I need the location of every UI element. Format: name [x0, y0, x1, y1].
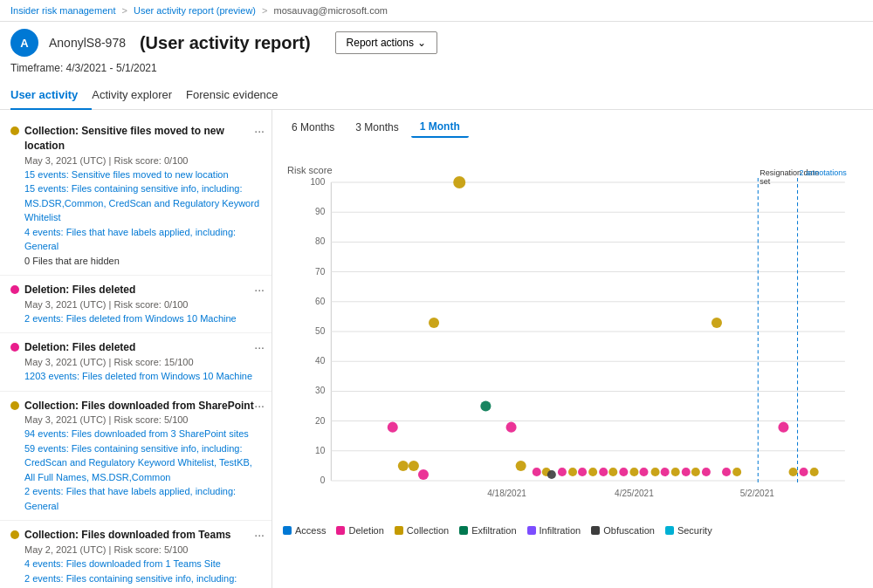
event-more-icon[interactable]: ··· [254, 283, 265, 297]
event-dot [10, 530, 19, 539]
event-header: Collection: Files downloaded from Teams [10, 528, 261, 543]
event-more-icon[interactable]: ··· [254, 340, 265, 354]
event-list: ··· Collection: Sensitive files moved to… [0, 110, 272, 588]
svg-point-43 [547, 470, 556, 479]
event-item[interactable]: ··· Collection: Files downloaded from Sh… [0, 392, 272, 522]
svg-point-62 [778, 422, 788, 433]
time-btn-3months[interactable]: 3 Months [347, 118, 407, 137]
event-link[interactable]: 94 events: Files downloaded from 3 Share… [24, 427, 261, 441]
breadcrumb-item-2[interactable]: User activity report (preview) [134, 5, 256, 16]
main-tabs: User activity Activity explorer Forensic… [0, 81, 873, 110]
event-item[interactable]: ··· Collection: Files downloaded from Te… [0, 521, 272, 588]
event-meta: May 3, 2021 (UTC) | Risk score: 0/100 [24, 299, 261, 310]
user-name: AnonylS8-978 [49, 36, 126, 50]
timeframe-label: Timeframe: [10, 62, 63, 74]
event-link[interactable]: 2 events: Files deleted from Windows 10 … [24, 311, 261, 326]
svg-text:set: set [760, 177, 771, 186]
event-links: 1203 events: Files deleted from Windows … [24, 369, 261, 384]
breadcrumb-item-1[interactable]: Insider risk management [10, 5, 115, 16]
event-more-icon[interactable]: ··· [254, 399, 265, 413]
svg-point-48 [599, 468, 608, 476]
event-link[interactable]: 4 events: Files that have labels applied… [24, 225, 261, 254]
svg-point-37 [453, 176, 465, 188]
event-link[interactable]: 2 events: Files that have labels applied… [24, 484, 261, 513]
legend-security: Security [665, 525, 712, 536]
time-btn-1month[interactable]: 1 Month [411, 117, 469, 138]
svg-text:2 annotations: 2 annotations [800, 168, 848, 177]
event-link[interactable]: 15 events: Files containing sensitive in… [24, 181, 261, 225]
svg-point-38 [480, 400, 491, 411]
event-link[interactable]: 15 events: Sensitive files moved to new … [24, 168, 261, 182]
svg-point-32 [388, 422, 398, 433]
svg-point-63 [788, 468, 797, 476]
svg-text:40: 40 [315, 356, 326, 366]
report-actions-label: Report actions [347, 37, 414, 49]
svg-point-52 [639, 468, 648, 476]
svg-point-61 [732, 468, 741, 476]
svg-point-39 [506, 422, 517, 433]
svg-text:50: 50 [315, 326, 326, 336]
legend-deletion: Deletion [336, 525, 383, 536]
event-title: Deletion: Files deleted [24, 340, 261, 355]
legend-label-infiltration: Infiltration [540, 525, 581, 536]
svg-point-33 [398, 461, 409, 471]
event-links: 2 events: Files deleted from Windows 10 … [24, 311, 261, 326]
svg-text:60: 60 [315, 297, 326, 306]
svg-text:5/2/2021: 5/2/2021 [740, 489, 775, 498]
svg-point-36 [429, 318, 439, 328]
report-actions-button[interactable]: Report actions ⌄ [335, 31, 437, 54]
tab-activity-explorer[interactable]: Activity explorer [92, 81, 186, 110]
event-item[interactable]: ··· Collection: Sensitive files moved to… [0, 117, 272, 276]
legend-dot-security [665, 526, 674, 535]
svg-point-47 [588, 468, 597, 476]
legend-infiltration: Infiltration [527, 525, 581, 536]
legend-exfiltration: Exfiltration [459, 525, 516, 536]
event-item[interactable]: ··· Deletion: Files deleted May 3, 2021 … [0, 333, 272, 391]
legend-dot-infiltration [527, 526, 536, 535]
event-link[interactable]: 4 events: Files downloaded from 1 Teams … [24, 557, 261, 571]
svg-point-58 [702, 468, 711, 476]
event-more-icon[interactable]: ··· [254, 124, 265, 138]
event-links: 94 events: Files downloaded from 3 Share… [24, 427, 261, 513]
event-link[interactable]: 1203 events: Files deleted from Windows … [24, 369, 261, 384]
svg-text:30: 30 [315, 386, 326, 395]
svg-text:100: 100 [311, 177, 326, 187]
chart-time-controls: 6 Months 3 Months 1 Month [283, 117, 863, 138]
svg-text:80: 80 [315, 236, 326, 246]
chevron-down-icon: ⌄ [417, 37, 426, 49]
svg-point-35 [418, 469, 429, 480]
time-btn-6months[interactable]: 6 Months [283, 118, 343, 137]
event-link[interactable]: 59 events: Files containing sensitive in… [24, 441, 261, 485]
svg-point-44 [558, 468, 567, 476]
svg-point-49 [608, 468, 617, 476]
event-item[interactable]: ··· Deletion: Files deleted May 3, 2021 … [0, 276, 272, 333]
chart-legend: Access Deletion Collection Exfiltration … [283, 522, 863, 539]
breadcrumb-sep-1: > [122, 5, 127, 16]
event-link[interactable]: 2 events: Files containing sensitive inf… [24, 571, 261, 588]
legend-dot-exfiltration [459, 526, 468, 535]
svg-text:10: 10 [315, 446, 326, 455]
tab-user-activity[interactable]: User activity [10, 81, 92, 110]
svg-text:20: 20 [315, 416, 326, 426]
event-dot [10, 343, 19, 352]
legend-dot-obfuscation [591, 526, 600, 535]
timeframe-bar: Timeframe: 4/3/2021 - 5/1/2021 [0, 60, 873, 81]
page-header: A AnonylS8-978 (User activity report) Re… [0, 22, 873, 60]
tab-forensic-evidence[interactable]: Forensic evidence [186, 81, 292, 110]
legend-label-obfuscation: Obfuscation [603, 525, 655, 536]
legend-access: Access [283, 525, 326, 536]
legend-collection: Collection [395, 525, 449, 536]
event-dot [10, 401, 19, 410]
event-dot [10, 126, 19, 135]
svg-point-53 [651, 468, 660, 476]
legend-label-exfiltration: Exfiltration [471, 525, 516, 536]
timeframe-value: 4/3/2021 - 5/1/2021 [66, 62, 157, 74]
svg-point-64 [800, 468, 808, 476]
event-more-icon[interactable]: ··· [254, 528, 265, 542]
legend-dot-access [283, 526, 292, 535]
risk-chart: Risk score 0 10 20 30 40 [283, 148, 863, 515]
svg-text:Risk score: Risk score [287, 165, 333, 175]
event-meta: May 2, 2021 (UTC) | Risk score: 5/100 [24, 544, 261, 555]
chart-area: Risk score 0 10 20 30 40 [283, 148, 863, 515]
event-dot [10, 285, 19, 294]
